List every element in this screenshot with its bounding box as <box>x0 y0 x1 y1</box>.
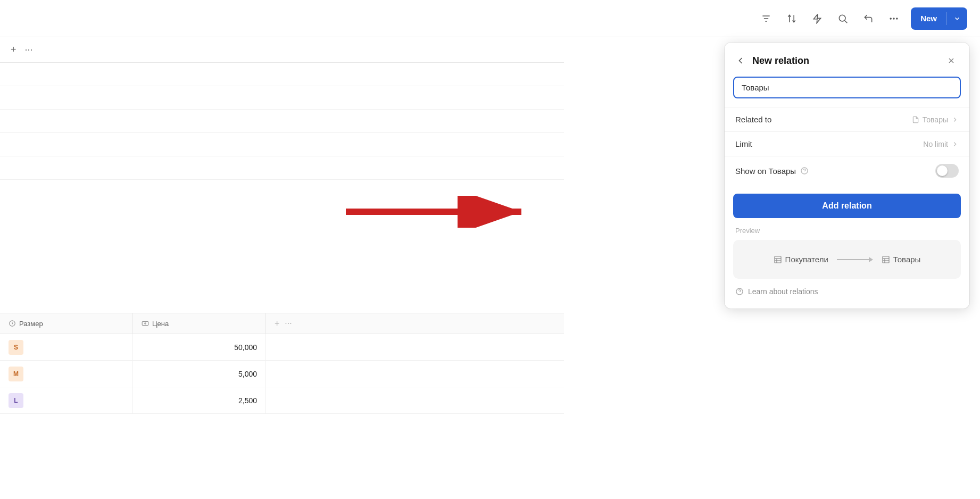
limit-label: Limit <box>735 139 752 148</box>
learn-about-text: Learn about relations <box>748 287 818 296</box>
new-button[interactable]: New <box>911 7 946 30</box>
learn-about-link[interactable]: Learn about relations <box>725 279 969 296</box>
red-arrow-annotation <box>340 196 543 230</box>
blank-row-5 <box>0 156 564 180</box>
preview-from-label: Покупатели <box>785 255 828 264</box>
new-relation-panel: New relation Related to Товары Limit No … <box>725 43 969 309</box>
toolbar: New <box>0 0 980 37</box>
sort-icon[interactable] <box>783 10 800 27</box>
related-to-value[interactable]: Товары <box>912 115 959 124</box>
preview-from-table: Покупатели <box>774 255 828 264</box>
price-cell-s: 50,000 <box>133 334 266 360</box>
preview-to-label: Товары <box>893 255 921 264</box>
table-row: L 2,500 <box>0 387 564 414</box>
panel-header-left: New relation <box>735 55 809 66</box>
col-price-label: Цена <box>152 320 169 328</box>
blank-row-1 <box>0 63 564 86</box>
preview-box: Покупатели Товары <box>733 240 961 279</box>
chevron-right-limit-icon <box>951 140 959 148</box>
table-icon-from <box>774 255 782 264</box>
table-area: + ··· Размер Цена + ··· S 50,000 M <box>0 37 564 499</box>
price-value-m: 5,000 <box>238 370 257 378</box>
panel-back-button[interactable] <box>735 55 746 66</box>
limit-option: Limit No limit <box>725 131 969 156</box>
lightning-icon[interactable] <box>809 10 826 27</box>
price-cell-l: 2,500 <box>133 387 266 413</box>
col-size-label: Размер <box>19 320 43 328</box>
svg-line-4 <box>845 20 848 23</box>
filter-icon[interactable] <box>758 10 775 27</box>
add-row-icon[interactable]: + <box>11 44 16 55</box>
table-row: S 50,000 <box>0 334 564 361</box>
preview-arrow <box>837 257 873 262</box>
svg-point-6 <box>893 18 894 19</box>
new-button-chevron[interactable] <box>947 7 967 30</box>
svg-rect-9 <box>142 322 148 326</box>
col-add-area[interactable]: + ··· <box>266 319 301 328</box>
svg-point-3 <box>839 15 845 21</box>
preview-arrow-head <box>869 257 873 262</box>
more-options-icon[interactable]: ··· <box>25 44 33 55</box>
new-button-group: New <box>911 7 967 30</box>
show-on-label: Show on Товары <box>735 167 796 176</box>
limit-text: No limit <box>923 140 948 148</box>
show-on-toggle[interactable] <box>935 164 959 178</box>
size-cell-l[interactable]: L <box>0 387 133 413</box>
show-on-option: Show on Товары <box>725 156 969 185</box>
table-top-bar: + ··· <box>0 37 564 63</box>
related-to-option: Related to Товары <box>725 107 969 131</box>
panel-search <box>733 77 961 98</box>
panel-title: New relation <box>752 55 809 66</box>
price-cell-m: 5,000 <box>133 361 266 387</box>
badge-m: M <box>9 367 23 381</box>
add-relation-button[interactable]: Add relation <box>733 194 961 218</box>
svg-rect-21 <box>883 256 889 263</box>
column-headers: Размер Цена + ··· <box>0 313 564 334</box>
limit-value[interactable]: No limit <box>923 140 959 148</box>
related-to-db-name: Товары <box>923 115 948 124</box>
chevron-right-icon <box>951 116 959 123</box>
panel-close-button[interactable] <box>944 53 959 68</box>
blank-row-4 <box>0 133 564 156</box>
svg-point-7 <box>896 18 898 19</box>
add-col-icon[interactable]: + <box>275 319 279 328</box>
show-on-label-group: Show on Товары <box>735 167 809 176</box>
blank-row-2 <box>0 86 564 110</box>
price-value-s: 50,000 <box>234 343 257 352</box>
doc-icon <box>912 116 919 123</box>
undo-icon[interactable] <box>860 10 877 27</box>
svg-point-5 <box>890 18 891 19</box>
size-cell-s[interactable]: S <box>0 334 133 360</box>
help-icon[interactable] <box>800 167 809 175</box>
help-circle-icon <box>735 287 744 296</box>
svg-point-10 <box>145 323 146 324</box>
table-icon-to <box>882 255 890 264</box>
blank-row-3 <box>0 110 564 133</box>
col-header-size[interactable]: Размер <box>0 313 133 334</box>
badge-s: S <box>9 340 23 355</box>
preview-label: Preview <box>725 227 969 240</box>
more-icon[interactable] <box>885 10 902 27</box>
table-row: M 5,000 <box>0 361 564 387</box>
preview-to-table: Товары <box>882 255 921 264</box>
toggle-knob <box>937 165 948 176</box>
col-header-price[interactable]: Цена <box>133 313 266 334</box>
badge-l: L <box>9 393 23 408</box>
relation-name-input[interactable] <box>733 77 961 98</box>
size-cell-m[interactable]: M <box>0 361 133 387</box>
related-to-label: Related to <box>735 115 771 124</box>
col-more-icon[interactable]: ··· <box>285 319 292 328</box>
preview-arrow-line <box>837 259 869 260</box>
svg-rect-17 <box>775 256 781 263</box>
panel-header: New relation <box>725 43 969 77</box>
price-value-l: 2,500 <box>238 396 257 405</box>
search-icon[interactable] <box>834 10 851 27</box>
